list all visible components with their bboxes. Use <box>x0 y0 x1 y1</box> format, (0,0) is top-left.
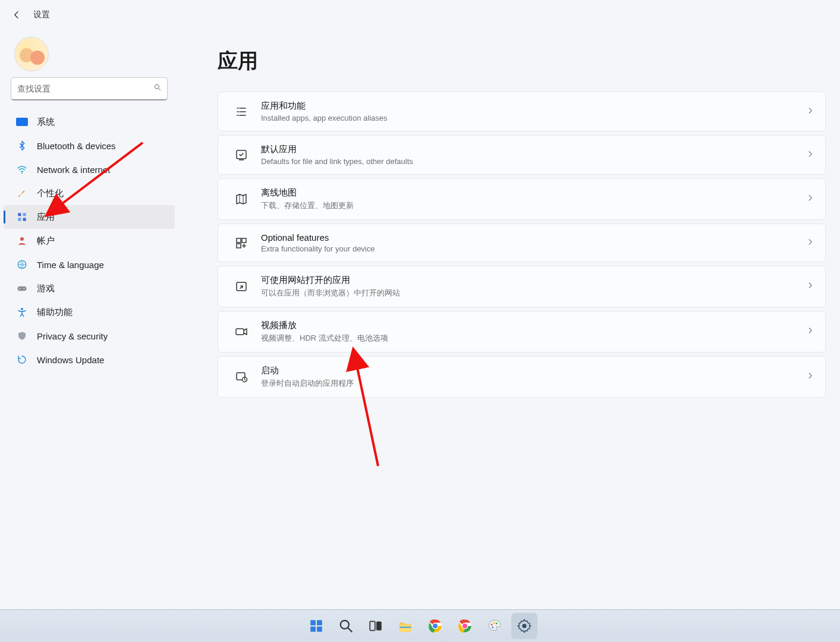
gear-icon <box>517 618 532 634</box>
svg-rect-16 <box>237 244 241 248</box>
accessibility-icon <box>15 306 29 319</box>
windows-icon <box>309 618 324 634</box>
sidebar-item-label: 辅助功能 <box>37 307 73 318</box>
search-input[interactable] <box>11 84 148 93</box>
update-icon <box>15 353 29 366</box>
svg-rect-4 <box>23 213 26 216</box>
card-subtitle: Installed apps, app execution aliases <box>261 114 806 122</box>
paint-icon <box>487 618 502 634</box>
arrow-left-icon <box>12 10 21 20</box>
card-apps-and-features[interactable]: 应用和功能 Installed apps, app execution alia… <box>218 92 826 131</box>
taskbar <box>0 609 840 642</box>
svg-rect-18 <box>236 329 244 335</box>
person-icon <box>15 234 29 247</box>
open-with-icon <box>232 278 250 295</box>
nav-list: 系统 Bluetooth & devices Network & interne… <box>0 110 178 372</box>
card-title: 离线地图 <box>261 187 806 199</box>
sidebar-item-accessibility[interactable]: 辅助功能 <box>4 300 175 324</box>
svg-point-39 <box>490 624 492 625</box>
apps-icon <box>15 210 29 224</box>
svg-point-10 <box>20 288 21 289</box>
chevron-right-icon <box>806 194 814 204</box>
taskbar-search[interactable] <box>333 613 359 639</box>
taskbar-start[interactable] <box>303 613 329 639</box>
back-button[interactable] <box>7 5 26 24</box>
taskbar-paint[interactable] <box>482 613 508 639</box>
svg-point-0 <box>155 84 159 89</box>
card-title: 应用和功能 <box>261 100 806 112</box>
app-title: 设置 <box>33 10 50 20</box>
title-bar: 设置 <box>0 0 840 30</box>
chrome-canary-icon <box>457 618 473 634</box>
gamepad-icon <box>15 282 29 295</box>
svg-rect-32 <box>399 627 411 628</box>
card-title: 视频播放 <box>261 320 806 331</box>
card-subtitle: 登录时自动启动的应用程序 <box>261 378 806 389</box>
svg-point-2 <box>21 172 23 174</box>
svg-point-43 <box>522 624 526 628</box>
chevron-right-icon <box>806 238 814 248</box>
card-startup[interactable]: 启动 登录时自动启动的应用程序 <box>218 356 826 398</box>
chrome-icon <box>427 618 443 634</box>
globe-clock-icon <box>15 258 29 271</box>
taskbar-chrome[interactable] <box>422 613 448 639</box>
sidebar-item-apps[interactable]: 应用 <box>4 205 175 229</box>
sidebar-item-personalization[interactable]: 个性化 <box>4 181 175 205</box>
sidebar-item-time-language[interactable]: Time & language <box>4 253 175 276</box>
sidebar-item-label: Privacy & security <box>37 331 108 341</box>
sidebar-item-privacy[interactable]: Privacy & security <box>4 324 175 348</box>
search-box[interactable] <box>11 77 168 100</box>
video-icon <box>232 323 250 341</box>
sidebar-item-windows-update[interactable]: Windows Update <box>4 348 175 372</box>
sidebar-item-label: 帐户 <box>37 235 55 247</box>
search-icon <box>338 618 354 634</box>
svg-rect-15 <box>242 238 246 243</box>
chevron-right-icon <box>806 372 814 382</box>
card-optional-features[interactable]: Optional features Extra functionality fo… <box>218 224 826 262</box>
page-title: 应用 <box>218 48 828 75</box>
svg-rect-6 <box>23 218 26 221</box>
svg-rect-5 <box>18 218 21 221</box>
svg-point-40 <box>493 622 495 624</box>
svg-rect-23 <box>310 620 316 625</box>
taskbar-chrome-canary[interactable] <box>452 613 478 639</box>
svg-rect-14 <box>237 238 241 243</box>
brush-icon <box>15 187 29 200</box>
taskbar-file-explorer[interactable] <box>392 613 419 639</box>
svg-point-7 <box>20 237 24 241</box>
sidebar-item-gaming[interactable]: 游戏 <box>4 276 175 300</box>
sidebar: 系统 Bluetooth & devices Network & interne… <box>0 30 178 606</box>
startup-icon <box>232 368 250 386</box>
card-default-apps[interactable]: 默认应用 Defaults for file and link types, o… <box>218 135 826 175</box>
features-grid-icon <box>232 234 250 252</box>
card-subtitle: Defaults for file and link types, other … <box>261 157 806 166</box>
sidebar-item-label: Bluetooth & devices <box>37 141 116 151</box>
svg-rect-24 <box>317 620 322 625</box>
card-video-playback[interactable]: 视频播放 视频调整、HDR 流式处理、电池选项 <box>218 311 826 353</box>
sidebar-item-accounts[interactable]: 帐户 <box>4 229 175 253</box>
chevron-right-icon <box>806 326 814 337</box>
chevron-right-icon <box>806 106 814 117</box>
sidebar-item-network[interactable]: Network & internet <box>4 158 175 181</box>
sidebar-item-bluetooth[interactable]: Bluetooth & devices <box>4 134 175 158</box>
profile-block[interactable] <box>0 33 178 75</box>
taskbar-settings[interactable] <box>511 613 537 639</box>
chevron-right-icon <box>806 150 814 160</box>
svg-rect-29 <box>370 621 375 630</box>
sidebar-item-label: 个性化 <box>37 188 64 199</box>
default-app-icon <box>232 146 250 164</box>
card-title: 默认应用 <box>261 144 806 155</box>
card-offline-maps[interactable]: 离线地图 下载、存储位置、地图更新 <box>218 178 826 220</box>
card-subtitle: 可以在应用（而非浏览器）中打开的网站 <box>261 288 806 298</box>
card-apps-for-websites[interactable]: 可使用网站打开的应用 可以在应用（而非浏览器）中打开的网站 <box>218 266 826 307</box>
chevron-right-icon <box>806 281 814 292</box>
sidebar-item-label: 游戏 <box>37 283 55 294</box>
svg-rect-30 <box>376 621 382 630</box>
svg-rect-26 <box>317 627 322 632</box>
avatar <box>14 37 49 71</box>
sidebar-item-label: Time & language <box>37 260 104 270</box>
svg-line-1 <box>159 89 161 90</box>
taskbar-task-view[interactable] <box>363 613 389 639</box>
sidebar-item-system[interactable]: 系统 <box>4 110 175 134</box>
svg-rect-3 <box>18 213 21 216</box>
